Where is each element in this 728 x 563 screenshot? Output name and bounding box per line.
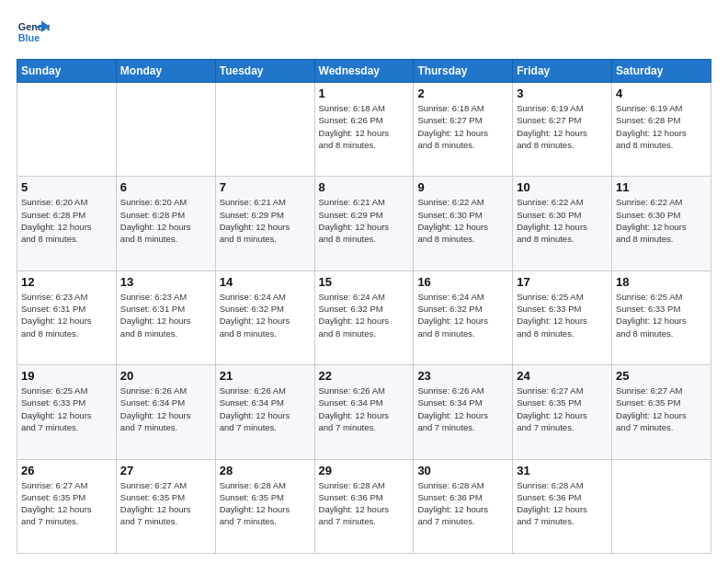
weekday-header-row: SundayMondayTuesdayWednesdayThursdayFrid… — [17, 60, 711, 83]
day-info: Sunrise: 6:18 AM Sunset: 6:26 PM Dayligh… — [319, 102, 410, 151]
day-number: 13 — [120, 275, 211, 289]
day-info: Sunrise: 6:22 AM Sunset: 6:30 PM Dayligh… — [517, 196, 608, 245]
day-info: Sunrise: 6:24 AM Sunset: 6:32 PM Dayligh… — [220, 291, 311, 339]
week-row-2: 5Sunrise: 6:20 AM Sunset: 6:28 PM Daylig… — [17, 177, 711, 270]
day-info: Sunrise: 6:27 AM Sunset: 6:35 PM Dayligh… — [120, 479, 211, 528]
svg-text:Blue: Blue — [18, 32, 40, 43]
calendar-cell: 23Sunrise: 6:26 AM Sunset: 6:34 PM Dayli… — [414, 365, 513, 459]
calendar-cell: 30Sunrise: 6:28 AM Sunset: 6:36 PM Dayli… — [414, 459, 513, 553]
calendar-cell: 8Sunrise: 6:21 AM Sunset: 6:29 PM Daylig… — [314, 177, 414, 270]
calendar-cell: 20Sunrise: 6:26 AM Sunset: 6:34 PM Dayli… — [116, 365, 215, 459]
day-number: 9 — [417, 180, 508, 194]
day-info: Sunrise: 6:21 AM Sunset: 6:29 PM Dayligh… — [319, 196, 410, 245]
weekday-header-saturday: Saturday — [612, 60, 711, 83]
day-number: 11 — [616, 180, 707, 194]
calendar-cell: 6Sunrise: 6:20 AM Sunset: 6:28 PM Daylig… — [116, 177, 215, 270]
calendar-cell — [612, 459, 711, 553]
calendar-table: SundayMondayTuesdayWednesdayThursdayFrid… — [17, 59, 711, 554]
weekday-header-friday: Friday — [513, 60, 612, 83]
week-row-3: 12Sunrise: 6:23 AM Sunset: 6:31 PM Dayli… — [17, 270, 711, 364]
weekday-header-tuesday: Tuesday — [215, 60, 314, 83]
calendar-cell: 13Sunrise: 6:23 AM Sunset: 6:31 PM Dayli… — [116, 270, 215, 364]
calendar-cell: 7Sunrise: 6:21 AM Sunset: 6:29 PM Daylig… — [215, 177, 314, 270]
day-number: 10 — [517, 180, 608, 194]
day-number: 18 — [616, 275, 707, 289]
day-number: 27 — [120, 464, 211, 477]
day-number: 19 — [21, 369, 112, 383]
day-number: 21 — [220, 369, 311, 383]
day-info: Sunrise: 6:23 AM Sunset: 6:31 PM Dayligh… — [21, 291, 112, 339]
day-number: 6 — [120, 180, 211, 194]
day-info: Sunrise: 6:28 AM Sunset: 6:36 PM Dayligh… — [517, 479, 608, 528]
calendar-cell: 16Sunrise: 6:24 AM Sunset: 6:32 PM Dayli… — [414, 270, 513, 364]
calendar-cell: 29Sunrise: 6:28 AM Sunset: 6:36 PM Dayli… — [314, 459, 414, 553]
day-info: Sunrise: 6:24 AM Sunset: 6:32 PM Dayligh… — [417, 291, 508, 339]
day-info: Sunrise: 6:18 AM Sunset: 6:27 PM Dayligh… — [417, 102, 508, 151]
calendar-cell — [215, 83, 314, 177]
day-number: 31 — [517, 464, 608, 477]
calendar-cell: 28Sunrise: 6:28 AM Sunset: 6:35 PM Dayli… — [215, 459, 314, 553]
logo-icon: General Blue — [17, 17, 50, 50]
weekday-header-monday: Monday — [116, 60, 215, 83]
day-info: Sunrise: 6:25 AM Sunset: 6:33 PM Dayligh… — [517, 291, 608, 339]
day-number: 2 — [417, 86, 508, 100]
day-info: Sunrise: 6:23 AM Sunset: 6:31 PM Dayligh… — [120, 291, 211, 339]
page: General Blue SundayMondayTuesdayWednesda… — [0, 0, 728, 563]
calendar-cell: 3Sunrise: 6:19 AM Sunset: 6:27 PM Daylig… — [513, 83, 612, 177]
day-info: Sunrise: 6:27 AM Sunset: 6:35 PM Dayligh… — [21, 479, 112, 528]
day-number: 4 — [616, 86, 707, 100]
day-number: 17 — [517, 275, 608, 289]
calendar-cell — [116, 83, 215, 177]
calendar-cell: 17Sunrise: 6:25 AM Sunset: 6:33 PM Dayli… — [513, 270, 612, 364]
calendar-cell: 24Sunrise: 6:27 AM Sunset: 6:35 PM Dayli… — [513, 365, 612, 459]
weekday-header-sunday: Sunday — [17, 60, 117, 83]
calendar-cell: 26Sunrise: 6:27 AM Sunset: 6:35 PM Dayli… — [17, 459, 117, 553]
day-number: 7 — [220, 180, 311, 194]
day-info: Sunrise: 6:20 AM Sunset: 6:28 PM Dayligh… — [21, 196, 112, 245]
calendar-cell — [17, 83, 117, 177]
calendar-cell: 14Sunrise: 6:24 AM Sunset: 6:32 PM Dayli… — [215, 270, 314, 364]
day-number: 24 — [517, 369, 608, 383]
day-number: 22 — [319, 369, 410, 383]
day-info: Sunrise: 6:26 AM Sunset: 6:34 PM Dayligh… — [319, 385, 410, 433]
day-number: 3 — [517, 86, 608, 100]
day-info: Sunrise: 6:28 AM Sunset: 6:36 PM Dayligh… — [417, 479, 508, 528]
calendar-cell: 4Sunrise: 6:19 AM Sunset: 6:28 PM Daylig… — [612, 83, 711, 177]
day-number: 28 — [220, 464, 311, 477]
calendar-cell: 15Sunrise: 6:24 AM Sunset: 6:32 PM Dayli… — [314, 270, 414, 364]
day-info: Sunrise: 6:26 AM Sunset: 6:34 PM Dayligh… — [120, 385, 211, 433]
day-info: Sunrise: 6:19 AM Sunset: 6:27 PM Dayligh… — [517, 102, 608, 151]
calendar-cell: 22Sunrise: 6:26 AM Sunset: 6:34 PM Dayli… — [314, 365, 414, 459]
day-info: Sunrise: 6:22 AM Sunset: 6:30 PM Dayligh… — [616, 196, 707, 245]
day-info: Sunrise: 6:26 AM Sunset: 6:34 PM Dayligh… — [417, 385, 508, 433]
day-number: 1 — [319, 86, 410, 100]
day-info: Sunrise: 6:27 AM Sunset: 6:35 PM Dayligh… — [517, 385, 608, 433]
week-row-4: 19Sunrise: 6:25 AM Sunset: 6:33 PM Dayli… — [17, 365, 711, 459]
week-row-5: 26Sunrise: 6:27 AM Sunset: 6:35 PM Dayli… — [17, 459, 711, 553]
week-row-1: 1Sunrise: 6:18 AM Sunset: 6:26 PM Daylig… — [17, 83, 711, 177]
day-info: Sunrise: 6:19 AM Sunset: 6:28 PM Dayligh… — [616, 102, 707, 151]
day-number: 16 — [417, 275, 508, 289]
header: General Blue — [17, 17, 711, 50]
day-info: Sunrise: 6:25 AM Sunset: 6:33 PM Dayligh… — [616, 291, 707, 339]
calendar-cell: 1Sunrise: 6:18 AM Sunset: 6:26 PM Daylig… — [314, 83, 414, 177]
day-number: 8 — [319, 180, 410, 194]
calendar-cell: 19Sunrise: 6:25 AM Sunset: 6:33 PM Dayli… — [17, 365, 117, 459]
calendar-cell: 9Sunrise: 6:22 AM Sunset: 6:30 PM Daylig… — [414, 177, 513, 270]
day-number: 26 — [21, 464, 112, 477]
weekday-header-wednesday: Wednesday — [314, 60, 414, 83]
day-info: Sunrise: 6:28 AM Sunset: 6:35 PM Dayligh… — [220, 479, 311, 528]
day-number: 12 — [21, 275, 112, 289]
day-info: Sunrise: 6:24 AM Sunset: 6:32 PM Dayligh… — [319, 291, 410, 339]
day-number: 25 — [616, 369, 707, 383]
calendar-cell: 2Sunrise: 6:18 AM Sunset: 6:27 PM Daylig… — [414, 83, 513, 177]
calendar-cell: 11Sunrise: 6:22 AM Sunset: 6:30 PM Dayli… — [612, 177, 711, 270]
weekday-header-thursday: Thursday — [414, 60, 513, 83]
day-info: Sunrise: 6:21 AM Sunset: 6:29 PM Dayligh… — [220, 196, 311, 245]
logo: General Blue — [17, 17, 50, 50]
day-number: 29 — [319, 464, 410, 477]
calendar-cell: 27Sunrise: 6:27 AM Sunset: 6:35 PM Dayli… — [116, 459, 215, 553]
day-number: 15 — [319, 275, 410, 289]
day-number: 30 — [417, 464, 508, 477]
day-info: Sunrise: 6:27 AM Sunset: 6:35 PM Dayligh… — [616, 385, 707, 433]
